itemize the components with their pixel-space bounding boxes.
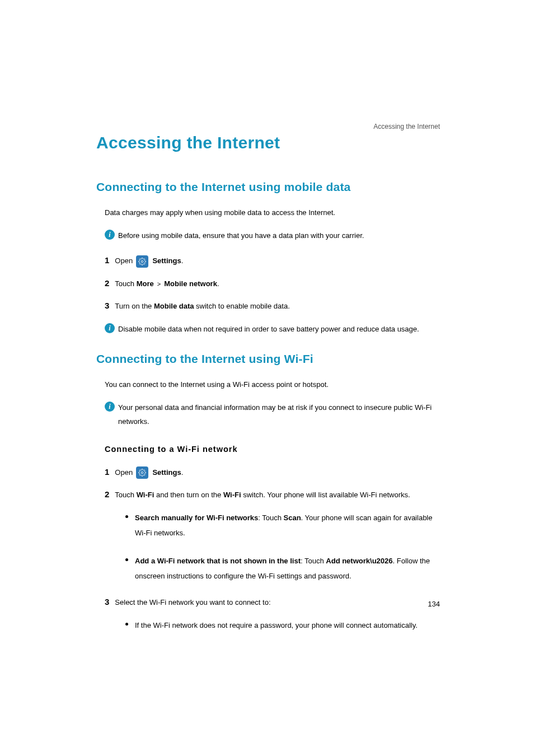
info-text-3: Your personal data and financial informa… bbox=[118, 401, 440, 428]
text-bold: Wi-Fi bbox=[223, 491, 241, 499]
settings-icon bbox=[136, 255, 148, 268]
text-bold: Scan bbox=[284, 514, 301, 522]
text-bold: Wi-Fi bbox=[137, 491, 154, 499]
step-block-s2-3: 3 Select the Wi-Fi network you want to c… bbox=[96, 596, 440, 633]
page-title: Accessing the Internet bbox=[96, 133, 440, 152]
section1-intro: Data charges may apply when using mobile… bbox=[105, 206, 440, 219]
step-s2-3: 3 Select the Wi-Fi network you want to c… bbox=[105, 596, 440, 610]
section1-title: Connecting to the Internet using mobile … bbox=[96, 180, 440, 194]
text-fragment: Select the Wi-Fi network you want to con… bbox=[115, 598, 270, 606]
page-number: 134 bbox=[428, 600, 440, 608]
step-2: 2 Touch More > Mobile network. bbox=[105, 277, 440, 291]
info-icon: i bbox=[105, 323, 115, 333]
info-text-1: Before using mobile data, ensure that yo… bbox=[118, 229, 364, 243]
step-1: 1 Open Settings. bbox=[105, 254, 440, 268]
step-text-2: Touch More > Mobile network. bbox=[115, 277, 219, 291]
step-s2-1: 1 Open Settings. bbox=[105, 466, 440, 480]
bullet-item: If the Wi-Fi network does not require a … bbox=[125, 618, 440, 633]
bullet-list-1: Search manually for Wi-Fi networks: Touc… bbox=[125, 510, 440, 584]
info-block-1: i Before using mobile data, ensure that … bbox=[105, 229, 440, 243]
text-bold: Add network\u2026 bbox=[326, 557, 392, 565]
text-fragment: Turn on the bbox=[115, 302, 154, 310]
text-fragment: > bbox=[156, 281, 163, 287]
step-num: 3 bbox=[105, 596, 109, 609]
text-fragment: Touch bbox=[115, 491, 136, 499]
page-content: Accessing the Internet Connecting to the… bbox=[0, 0, 534, 633]
info-icon: i bbox=[105, 402, 115, 412]
settings-icon bbox=[136, 466, 148, 479]
step-text: Select the Wi-Fi network you want to con… bbox=[115, 596, 270, 610]
text-fragment: : Touch bbox=[301, 557, 326, 565]
text-fragment: Open bbox=[115, 468, 134, 477]
text-fragment: switch. Your phone will list available W… bbox=[241, 491, 410, 499]
text-fragment: and then turn on the bbox=[154, 491, 223, 499]
bullet-text: Add a Wi-Fi network that is not shown in… bbox=[135, 553, 440, 584]
info-icon: i bbox=[105, 230, 115, 240]
step-text: Touch Wi-Fi and then turn on the Wi-Fi s… bbox=[115, 488, 410, 502]
section2-intro: You can connect to the Internet using a … bbox=[105, 378, 440, 391]
text-bold: Search manually for Wi-Fi networks bbox=[135, 514, 258, 522]
bullet-text: If the Wi-Fi network does not require a … bbox=[135, 618, 418, 633]
step-s2-2: 2 Touch Wi-Fi and then turn on the Wi-Fi… bbox=[105, 488, 440, 502]
breadcrumb: Accessing the Internet bbox=[373, 123, 440, 130]
section2-title: Connecting to the Internet using Wi-Fi bbox=[96, 352, 440, 366]
bullet-dot-icon bbox=[125, 623, 128, 626]
text-bold: Add a Wi-Fi network that is not shown in… bbox=[135, 557, 301, 565]
info-block-2: i Disable mobile data when not required … bbox=[105, 323, 440, 337]
text-bold: Mobile data bbox=[154, 302, 194, 310]
bullet-dot-icon bbox=[125, 515, 128, 518]
text-fragment: switch to enable mobile data. bbox=[194, 302, 289, 310]
step-block-s2-2: 2 Touch Wi-Fi and then turn on the Wi-Fi… bbox=[96, 488, 440, 584]
bullet-item: Add a Wi-Fi network that is not shown in… bbox=[125, 553, 440, 584]
text-bold: Settings bbox=[152, 468, 181, 477]
text-bold: More bbox=[137, 279, 154, 288]
text-fragment: Open bbox=[115, 256, 134, 265]
info-block-3: i Your personal data and financial infor… bbox=[105, 401, 440, 428]
subsection-title: Connecting to a Wi-Fi network bbox=[105, 445, 440, 454]
text-fragment: Touch bbox=[115, 279, 136, 288]
bullet-dot-icon bbox=[125, 558, 128, 561]
step-text: Open Settings. bbox=[115, 466, 183, 480]
step-text-1: Open Settings. bbox=[115, 254, 183, 268]
bullet-list-2: If the Wi-Fi network does not require a … bbox=[125, 618, 440, 633]
step-num-1: 1 bbox=[105, 254, 109, 267]
step-num: 2 bbox=[105, 488, 109, 501]
step-text-3: Turn on the Mobile data switch to enable… bbox=[115, 300, 289, 314]
info-text-2: Disable mobile data when not required in… bbox=[118, 323, 419, 337]
text-bold: Settings bbox=[152, 256, 181, 265]
text-bold: Mobile network bbox=[164, 279, 217, 288]
bullet-text: Search manually for Wi-Fi networks: Touc… bbox=[135, 510, 440, 541]
step-num-2: 2 bbox=[105, 277, 109, 290]
step-num: 1 bbox=[105, 466, 109, 479]
bullet-item: Search manually for Wi-Fi networks: Touc… bbox=[125, 510, 440, 541]
text-fragment: : Touch bbox=[258, 514, 283, 522]
step-num-3: 3 bbox=[105, 300, 109, 312]
step-3: 3 Turn on the Mobile data switch to enab… bbox=[105, 300, 440, 314]
